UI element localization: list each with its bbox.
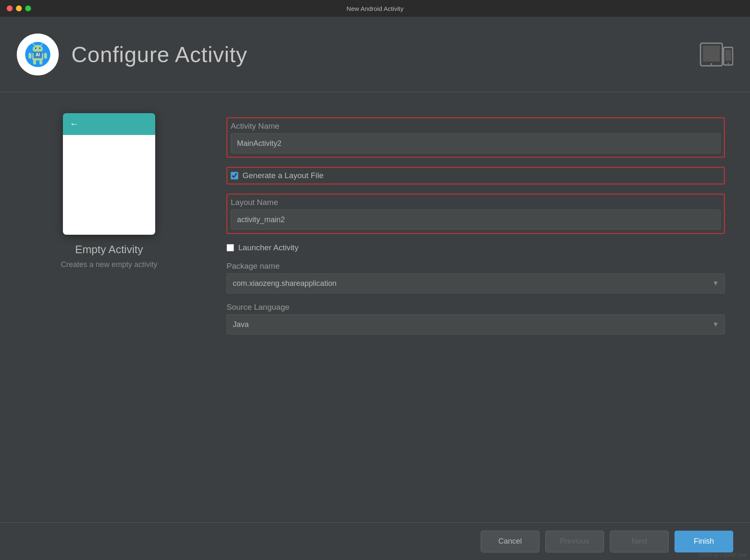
android-logo: AI: [17, 34, 59, 75]
window-title: New Android Activity: [346, 5, 404, 12]
package-name-form-group: Package name com.xiaozeng.shareapplicati…: [227, 262, 725, 293]
minimize-button[interactable]: [16, 5, 22, 11]
phone-toolbar: ←: [63, 113, 155, 135]
phone-body: [63, 135, 155, 235]
activity-name-form-group: Activity Name: [231, 122, 721, 153]
package-name-label: Package name: [227, 262, 725, 271]
source-language-form-group: Source Language Java Kotlin ▼: [227, 303, 725, 334]
layout-name-form-group: Layout Name: [231, 198, 721, 230]
cancel-button[interactable]: Cancel: [481, 531, 539, 552]
activity-name-label: Activity Name: [231, 122, 721, 131]
launcher-activity-row: Launcher Activity: [227, 243, 725, 252]
layout-name-label: Layout Name: [231, 198, 721, 207]
traffic-lights: [7, 5, 31, 11]
back-arrow-icon: ←: [70, 119, 79, 130]
watermark: CSDN @小管同学.com: [699, 552, 747, 558]
activity-name-input[interactable]: [231, 133, 721, 153]
svg-rect-10: [33, 60, 36, 65]
generate-layout-checkbox-row: Generate a Layout File: [231, 171, 721, 180]
finish-button[interactable]: Finish: [674, 531, 733, 552]
generate-layout-group: Generate a Layout File: [227, 167, 725, 184]
dialog-header: AI Configure Activity: [0, 17, 750, 92]
activity-description: Creates a new empty activity: [61, 260, 157, 269]
launcher-activity-checkbox[interactable]: [227, 244, 234, 251]
layout-name-input[interactable]: [231, 210, 721, 230]
activity-name-group: Activity Name: [227, 117, 725, 158]
layout-name-group: Layout Name: [227, 194, 725, 234]
main-content: ← Empty Activity Creates a new empty act…: [0, 92, 750, 522]
svg-rect-8: [29, 53, 31, 59]
svg-text:AI: AI: [36, 52, 40, 57]
source-language-label: Source Language: [227, 303, 725, 312]
source-language-select-wrapper: Java Kotlin ▼: [227, 314, 725, 334]
svg-rect-11: [39, 60, 42, 65]
activity-type-label: Empty Activity: [75, 243, 143, 256]
svg-rect-9: [44, 53, 47, 59]
launcher-activity-label[interactable]: Launcher Activity: [238, 243, 299, 252]
svg-point-19: [728, 62, 729, 64]
previous-button[interactable]: Previous: [545, 531, 604, 552]
activity-preview: ←: [63, 113, 155, 235]
generate-layout-label[interactable]: Generate a Layout File: [242, 171, 323, 180]
page-title: Configure Activity: [71, 42, 247, 67]
package-name-select[interactable]: com.xiaozeng.shareapplication: [227, 273, 725, 293]
svg-point-3: [35, 47, 36, 49]
maximize-button[interactable]: [25, 5, 31, 11]
package-name-select-wrapper: com.xiaozeng.shareapplication ▼: [227, 273, 725, 293]
svg-rect-18: [725, 50, 731, 61]
form-panel: Activity Name Generate a Layout File Lay…: [227, 113, 725, 334]
source-language-select[interactable]: Java Kotlin: [227, 314, 725, 334]
preview-panel: ← Empty Activity Creates a new empty act…: [25, 113, 193, 269]
close-button[interactable]: [7, 5, 13, 11]
svg-point-4: [39, 47, 41, 49]
device-icons: [700, 40, 733, 69]
svg-rect-15: [703, 46, 720, 62]
generate-layout-checkbox[interactable]: [231, 172, 238, 179]
title-bar: New Android Activity: [0, 0, 750, 17]
button-bar: Cancel Previous Next Finish: [0, 522, 750, 560]
next-button[interactable]: Next: [610, 531, 669, 552]
svg-point-16: [711, 63, 712, 65]
